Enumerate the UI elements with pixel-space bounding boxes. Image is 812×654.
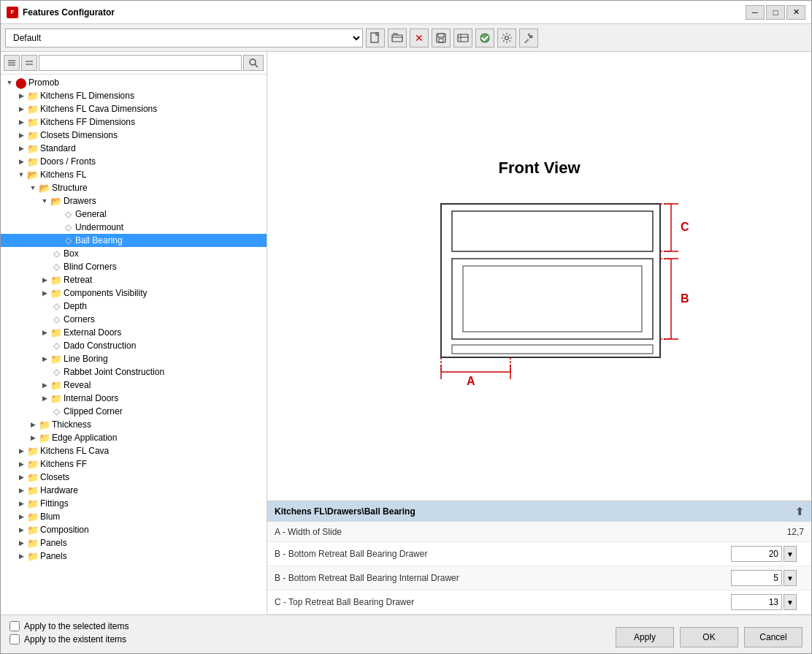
collapse-all-button[interactable]	[21, 55, 37, 71]
tree-item-box[interactable]: ▶ ◇ Box	[1, 247, 267, 260]
feature-icon-clipped-corner: ◇	[50, 406, 62, 417]
tree-item-closets-dim[interactable]: ▶ 📁 Closets Dimensions	[1, 129, 267, 142]
minimize-button[interactable]: ─	[746, 5, 765, 20]
settings-button[interactable]	[497, 28, 516, 47]
tree-item-edge-application[interactable]: ▶ 📁 Edge Application	[1, 431, 267, 444]
bottom-bar: Apply to the selected items Apply to the…	[1, 615, 811, 653]
expander-components-visibility: ▶	[39, 287, 50, 299]
checkbox-row-2: Apply to the existent items	[9, 634, 129, 645]
expander-fittings: ▶	[15, 498, 27, 509]
main-window: F Features Configurator ─ □ ✕ Default ✕	[0, 0, 812, 654]
front-view-diagram: C B A	[383, 189, 697, 394]
tree-item-doors-fronts[interactable]: ▶ 📁 Doors / Fronts	[1, 155, 267, 168]
tree-item-panels[interactable]: ▶ 📁 Panels	[1, 550, 267, 563]
right-panel: Front View	[267, 52, 811, 615]
save-config-button[interactable]	[432, 28, 451, 47]
delete-config-button[interactable]: ✕	[410, 28, 429, 47]
tree-item-reveal[interactable]: ▶ 📁 Reveal	[1, 379, 267, 392]
config-dropdown[interactable]: Default	[5, 28, 363, 47]
tree-item-blind-corners[interactable]: ▶ ◇ Blind Corners	[1, 260, 267, 273]
label-external-doors: External Doors	[62, 327, 123, 338]
label-rabbet-joint: Rabbet Joint Construction	[62, 366, 166, 378]
expander-closets-dim: ▶	[15, 129, 27, 141]
label-kitchens-ff: Kitchens FF	[39, 458, 88, 470]
tree-item-dado-construction[interactable]: ▶ ◇ Dado Construction	[1, 339, 267, 352]
title-bar-left: F Features Configurator	[7, 7, 115, 18]
property-row-b-bottom: B - Bottom Retreat Ball Bearing Drawer ▼	[267, 542, 811, 566]
tree-item-structure[interactable]: ▼ 📂 Structure	[1, 181, 267, 194]
export-button[interactable]	[453, 28, 472, 47]
tree-item-thickness[interactable]: ▶ 📁 Thickness	[1, 418, 267, 431]
tree-item-composition[interactable]: ▶ 📁 Composition	[1, 523, 267, 536]
label-doors-fronts: Doors / Fronts	[39, 156, 97, 167]
tree-item-rabbet-joint[interactable]: ▶ ◇ Rabbet Joint Construction	[1, 365, 267, 379]
cancel-button[interactable]: Cancel	[744, 627, 803, 647]
feature-icon-corners: ◇	[50, 313, 62, 325]
tree-item-kitchens-ff[interactable]: ▶ 📁 Kitchens FF	[1, 457, 267, 471]
feature-icon-dado-construction: ◇	[50, 340, 62, 351]
tree-item-standard[interactable]: ▶ 📁 Standard	[1, 142, 267, 155]
search-button[interactable]	[243, 55, 264, 71]
tree-item-kitchens-fl-dim[interactable]: ▶ 📁 Kitchens FL Dimensions	[1, 89, 267, 102]
tree-item-ball-bearing[interactable]: ▶ ◇ Ball Bearing	[1, 234, 267, 247]
tree-item-clipped-corner[interactable]: ▶ ◇ Clipped Corner	[1, 405, 267, 418]
property-input-b-internal[interactable]	[731, 570, 782, 586]
tree-item-internal-doors[interactable]: ▶ 📁 Internal Doors	[1, 392, 267, 405]
tree-item-components-visibility[interactable]: ▶ 📁 Components Visibility	[1, 286, 267, 300]
tree-item-external-doors[interactable]: ▶ 📁 External Doors	[1, 326, 267, 339]
apply-button[interactable]: Apply	[616, 627, 674, 647]
apply-existent-checkbox[interactable]	[9, 634, 20, 645]
tree-item-kitchens-fl-cava[interactable]: ▶ 📁 Kitchens FL Cava	[1, 444, 267, 457]
svg-point-11	[505, 36, 509, 39]
folder-icon-composed-panel: 📁	[27, 537, 39, 549]
tree-item-line-boring[interactable]: ▶ 📁 Line Boring	[1, 352, 267, 365]
folder-icon-closets: 📁	[27, 471, 39, 483]
property-input-b-bottom[interactable]	[731, 546, 782, 562]
folder-icon-hardware: 📁	[27, 484, 39, 496]
feature-icon-rabbet-joint: ◇	[50, 366, 62, 378]
folder-icon-components-visibility: 📁	[50, 287, 62, 299]
tools-button[interactable]	[519, 28, 538, 47]
property-dropdown-btn-c-top[interactable]: ▼	[784, 594, 797, 610]
diagram-area: Front View	[267, 52, 811, 501]
check-button[interactable]	[475, 28, 494, 47]
close-button[interactable]: ✕	[786, 5, 805, 20]
tree-item-retreat[interactable]: ▶ 📁 Retreat	[1, 273, 267, 286]
collapse-button[interactable]: ⬆	[795, 506, 804, 517]
property-input-c-top[interactable]	[731, 594, 782, 610]
search-input[interactable]	[39, 55, 242, 71]
tree-item-hardware[interactable]: ▶ 📁 Hardware	[1, 484, 267, 497]
label-composition: Composition	[39, 524, 91, 536]
label-internal-doors: Internal Doors	[62, 392, 120, 404]
folder-icon-kitchens-fl-cava: 📁	[27, 445, 39, 457]
tree-item-corners[interactable]: ▶ ◇ Corners	[1, 313, 267, 326]
property-dropdown-btn-b-internal[interactable]: ▼	[784, 570, 797, 586]
maximize-button[interactable]: □	[766, 5, 785, 20]
tree-item-drawers[interactable]: ▼ 📂 Drawers	[1, 194, 267, 208]
tree-item-undermount[interactable]: ▶ ◇ Undermount	[1, 221, 267, 234]
tree-item-general[interactable]: ▶ ◇ General	[1, 208, 267, 221]
tree-item-blum[interactable]: ▶ 📁 Blum	[1, 510, 267, 523]
label-depth: Depth	[62, 300, 88, 312]
expand-all-button[interactable]	[4, 55, 20, 71]
open-config-button[interactable]	[388, 28, 407, 47]
tree-item-kitchens-fl[interactable]: ▼ 📂 Kitchens FL	[1, 168, 267, 181]
apply-selected-checkbox[interactable]	[9, 621, 20, 631]
tree-item-composed-panel[interactable]: ▶ 📁 Panels	[1, 536, 267, 550]
tree-item-depth[interactable]: ▶ ◇ Depth	[1, 300, 267, 313]
tree-item-closets[interactable]: ▶ 📁 Closets	[1, 471, 267, 484]
tree-item-promob[interactable]: ▼ ⬤ Promob	[1, 76, 267, 89]
tree-item-kitchens-ff-dim[interactable]: ▶ 📁 Kitchens FF Dimensions	[1, 115, 267, 129]
tree-item-fittings[interactable]: ▶ 📁 Fittings	[1, 497, 267, 510]
main-content: ▼ ⬤ Promob ▶ 📁 Kitchens FL Dimensions ▶ …	[1, 52, 811, 615]
new-config-button[interactable]	[366, 28, 385, 47]
svg-rect-22	[463, 266, 642, 332]
action-buttons: Apply OK Cancel	[616, 627, 803, 647]
ok-button[interactable]: OK	[680, 627, 738, 647]
property-name-b-bottom: B - Bottom Retreat Ball Bearing Drawer	[275, 549, 731, 559]
property-dropdown-btn-b-bottom[interactable]: ▼	[784, 546, 797, 562]
tree-container[interactable]: ▼ ⬤ Promob ▶ 📁 Kitchens FL Dimensions ▶ …	[1, 75, 267, 615]
label-ball-bearing: Ball Bearing	[74, 235, 124, 246]
tree-item-kitchens-fl-cava-dim[interactable]: ▶ 📁 Kitchens FL Cava Dimensions	[1, 102, 267, 115]
diagram-title: Front View	[498, 159, 580, 178]
